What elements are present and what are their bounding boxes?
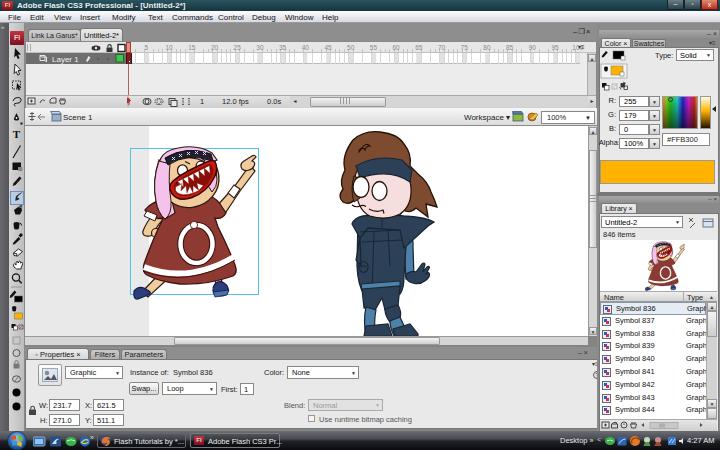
svg-text:15: 15 bbox=[188, 44, 196, 51]
svg-text:0.0s: 0.0s bbox=[267, 97, 281, 106]
svg-text:85: 85 bbox=[506, 44, 514, 51]
svg-text:40: 40 bbox=[302, 44, 310, 51]
svg-text:R:: R: bbox=[609, 96, 617, 105]
svg-text:1: 1 bbox=[200, 97, 204, 106]
svg-text:55: 55 bbox=[370, 44, 378, 51]
svg-text:75: 75 bbox=[461, 44, 469, 51]
svg-text:25: 25 bbox=[234, 44, 242, 51]
svg-text:12.0 fps: 12.0 fps bbox=[222, 97, 249, 106]
svg-text:10: 10 bbox=[165, 44, 173, 51]
svg-text:45: 45 bbox=[324, 44, 332, 51]
svg-text:Alpha:: Alpha: bbox=[599, 138, 620, 147]
svg-text:70: 70 bbox=[438, 44, 446, 51]
svg-text:65: 65 bbox=[415, 44, 423, 51]
svg-text:B:: B: bbox=[609, 124, 616, 133]
svg-text:30: 30 bbox=[256, 44, 264, 51]
svg-text:5: 5 bbox=[145, 44, 149, 51]
svg-text:G:: G: bbox=[608, 110, 616, 119]
svg-text:T: T bbox=[13, 128, 21, 140]
svg-text:90: 90 bbox=[529, 44, 537, 51]
svg-text:95: 95 bbox=[551, 44, 559, 51]
svg-text:60: 60 bbox=[392, 44, 400, 51]
svg-text:35: 35 bbox=[279, 44, 287, 51]
svg-text:50: 50 bbox=[347, 44, 355, 51]
svg-text:80: 80 bbox=[483, 44, 491, 51]
svg-text:Layer 1: Layer 1 bbox=[52, 55, 79, 64]
svg-text:20: 20 bbox=[211, 44, 219, 51]
